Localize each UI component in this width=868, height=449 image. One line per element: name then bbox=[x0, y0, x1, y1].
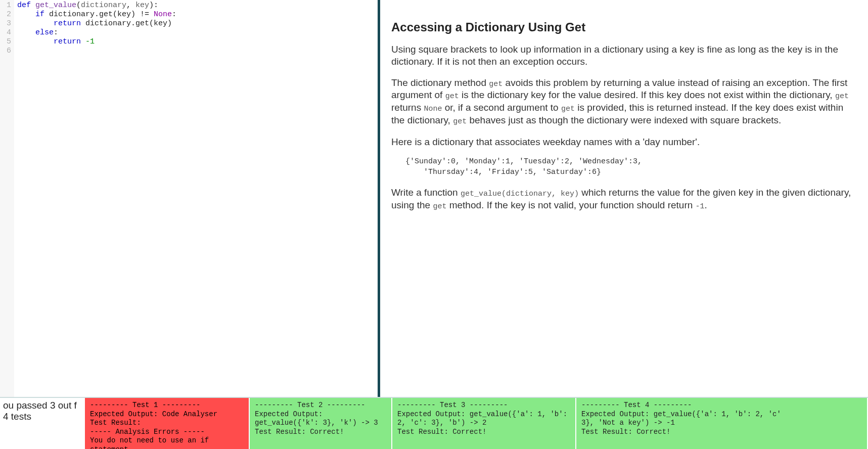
code-inline: get bbox=[489, 80, 502, 88]
test-card-1[interactable]: --------- Test 1 --------- Expected Outp… bbox=[85, 398, 249, 449]
code-snippet: {'Sunday':0, 'Monday':1, 'Tuesday':2, 'W… bbox=[405, 157, 858, 177]
line-number: 2 bbox=[0, 10, 14, 19]
code-inline: get bbox=[453, 117, 467, 126]
code-area[interactable]: def get_value(dictionary, key): if dicti… bbox=[14, 0, 378, 397]
code-inline: get_value(dictionary, key) bbox=[461, 190, 579, 198]
instructions-para: The dictionary method get avoids this pr… bbox=[391, 77, 858, 127]
test-cards-row: --------- Test 1 --------- Expected Outp… bbox=[85, 398, 868, 449]
code-inline: get bbox=[561, 105, 575, 113]
line-number: 4 bbox=[0, 28, 14, 37]
line-number: 6 bbox=[0, 47, 14, 56]
line-number: 3 bbox=[0, 19, 14, 28]
line-number-gutter: 1 2 3 4 5 6 bbox=[0, 0, 14, 397]
app-root: 1 2 3 4 5 6 def get_value(dictionary, ke… bbox=[0, 0, 868, 449]
results-summary: ou passed 3 out f 4 tests bbox=[0, 398, 85, 449]
code-inline: get bbox=[433, 202, 446, 211]
top-split: 1 2 3 4 5 6 def get_value(dictionary, ke… bbox=[0, 0, 868, 397]
instructions-pane[interactable]: Accessing a Dictionary Using Get Using s… bbox=[380, 0, 868, 397]
instructions-para: Using square brackets to look up informa… bbox=[391, 43, 858, 68]
instructions-para: Write a function get_value(dictionary, k… bbox=[391, 187, 858, 212]
test-card-2[interactable]: --------- Test 2 --------- Expected Outp… bbox=[250, 398, 391, 449]
code-inline: get bbox=[835, 92, 849, 101]
line-number: 5 bbox=[0, 37, 14, 47]
code-inline: -1 bbox=[696, 202, 705, 211]
results-panel: ou passed 3 out f 4 tests --------- Test… bbox=[0, 397, 868, 449]
instructions-title: Accessing a Dictionary Using Get bbox=[391, 20, 858, 34]
line-number: 1 bbox=[0, 1, 14, 10]
test-card-3[interactable]: --------- Test 3 --------- Expected Outp… bbox=[392, 398, 575, 449]
code-editor-pane[interactable]: 1 2 3 4 5 6 def get_value(dictionary, ke… bbox=[0, 0, 380, 397]
instructions-para: Here is a dictionary that associates wee… bbox=[391, 136, 858, 148]
code-inline: get bbox=[445, 92, 459, 101]
test-card-4[interactable]: --------- Test 4 --------- Expected Outp… bbox=[576, 398, 867, 449]
code-inline: None bbox=[424, 105, 442, 113]
